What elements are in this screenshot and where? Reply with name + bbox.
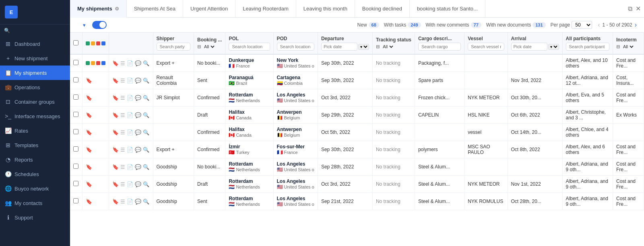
row-checkbox[interactable] (73, 146, 78, 152)
participants-search-input[interactable] (566, 43, 609, 51)
list-action-icon[interactable]: ☰ (120, 181, 125, 187)
sidebar-item-buyco-network[interactable]: 🌐Buyco network (0, 181, 70, 196)
stat-new[interactable]: New 68 (357, 22, 379, 28)
tab-urgent-attention[interactable]: Urgent Attention (183, 0, 235, 18)
bookmark-icon[interactable]: 🔖 (86, 147, 92, 153)
bookmark-icon[interactable]: 🔖 (86, 181, 92, 187)
comment-action-icon[interactable]: 💬 (135, 164, 141, 170)
bookmark-icon[interactable]: 🔖 (86, 129, 92, 135)
prev-page-button[interactable]: ‹ (597, 21, 601, 29)
stat-with-new-comments[interactable]: With new comments 77 (426, 22, 481, 28)
comment-action-icon[interactable]: 💬 (135, 147, 141, 153)
next-page-button[interactable]: › (634, 21, 638, 29)
search-action-icon[interactable]: 🔍 (143, 129, 149, 135)
search-action-icon[interactable]: 🔍 (143, 60, 149, 66)
stat-with-new-documents[interactable]: With new documents 131 (486, 22, 546, 28)
tab-booking-declined[interactable]: Booking declined (355, 0, 410, 18)
list-action-icon[interactable]: ☰ (120, 129, 125, 135)
row-checkbox[interactable] (73, 198, 78, 203)
comment-action-icon[interactable]: 💬 (135, 199, 141, 205)
search-action-icon[interactable]: 🔍 (143, 181, 149, 187)
doc-action-icon[interactable]: 📄 (127, 199, 133, 205)
arrival-date-input[interactable] (511, 43, 547, 51)
doc-action-icon[interactable]: 📄 (127, 60, 133, 66)
bookmark-icon[interactable]: 🔖 (86, 199, 92, 205)
archived-toggle[interactable] (92, 21, 107, 29)
comment-action-icon[interactable]: 💬 (135, 78, 141, 84)
per-page-select[interactable]: 5025100 (572, 21, 592, 29)
sidebar-item-new-shipment[interactable]: +New shipment (0, 51, 70, 66)
doc-action-icon[interactable]: 📄 (127, 95, 133, 101)
comment-action-icon[interactable]: 💬 (135, 112, 141, 118)
bookmark-action-icon[interactable]: 🔖 (112, 129, 119, 135)
list-action-icon[interactable]: ☰ (120, 112, 125, 118)
vessel-search-input[interactable] (468, 43, 504, 51)
sidebar-item-my-shipments[interactable]: 📋My shipments (0, 66, 70, 80)
sidebar-item-schedules[interactable]: 🕐Schedules (0, 167, 70, 181)
bookmark-action-icon[interactable]: 🔖 (112, 78, 119, 84)
bookmark-action-icon[interactable]: 🔖 (112, 95, 119, 101)
departure-filter-select[interactable]: ▾ (358, 44, 369, 50)
tracking-filter-select[interactable]: All (381, 44, 394, 49)
select-all-checkbox[interactable] (73, 40, 78, 45)
search-action-icon[interactable]: 🔍 (143, 199, 149, 205)
search-action-icon[interactable]: 🔍 (143, 95, 149, 101)
gear-icon[interactable]: ⚙ (115, 6, 119, 12)
sidebar-item-rates[interactable]: 📈Rates (0, 123, 70, 138)
comment-action-icon[interactable]: 💬 (135, 95, 141, 101)
row-checkbox[interactable] (73, 77, 78, 82)
search-action-icon[interactable]: 🔍 (143, 112, 149, 118)
pol-search-input[interactable] (229, 43, 270, 51)
row-checkbox[interactable] (73, 164, 78, 169)
sidebar-item-reports[interactable]: ◔Reports (0, 152, 70, 167)
arrival-filter-select[interactable]: ▾ (548, 44, 559, 50)
sidebar-item-operations[interactable]: 💼Operations (0, 80, 70, 94)
search-action-icon[interactable]: 🔍 (143, 164, 149, 170)
bookmark-action-icon[interactable]: 🔖 (112, 60, 119, 66)
list-action-icon[interactable]: ☰ (120, 147, 125, 153)
bookmark-action-icon[interactable]: 🔖 (112, 181, 119, 187)
row-checkbox[interactable] (73, 60, 78, 65)
bookmark-icon[interactable]: 🔖 (86, 95, 92, 101)
bookmark-action-icon[interactable]: 🔖 (112, 147, 119, 153)
comment-action-icon[interactable]: 💬 (135, 60, 141, 66)
row-checkbox[interactable] (73, 112, 78, 117)
stat-with-tasks[interactable]: With tasks 249 (384, 22, 421, 28)
bookmark-action-icon[interactable]: 🔖 (112, 112, 119, 118)
tab-booking-status-santo[interactable]: booking status for Santo... (410, 0, 485, 18)
copy-icon[interactable]: ⧉ (628, 5, 632, 12)
tab-leaving-this-month[interactable]: Leaving this month (296, 0, 355, 18)
incoterm-filter-select[interactable]: All (621, 44, 635, 49)
row-checkbox[interactable] (73, 94, 78, 100)
doc-action-icon[interactable]: 📄 (127, 164, 133, 170)
sidebar-item-templates[interactable]: ⊞Templates (0, 138, 70, 152)
list-action-icon[interactable]: ☰ (120, 199, 125, 205)
bookmark-icon[interactable]: 🔖 (86, 78, 92, 84)
doc-action-icon[interactable]: 📄 (127, 78, 133, 84)
bookmark-action-icon[interactable]: 🔖 (112, 164, 119, 170)
bookmark-icon[interactable]: 🔖 (86, 164, 92, 170)
filter-arrow[interactable]: ▾ (83, 22, 86, 28)
row-checkbox[interactable] (73, 181, 78, 186)
tab-shipments-at-sea[interactable]: Shipments At Sea (127, 0, 183, 18)
comment-action-icon[interactable]: 💬 (135, 129, 141, 135)
doc-action-icon[interactable]: 📄 (127, 129, 133, 135)
comment-action-icon[interactable]: 💬 (135, 181, 141, 187)
pod-search-input[interactable] (277, 43, 314, 51)
booking-filter-select[interactable]: All (202, 44, 216, 49)
sidebar-item-container-groups[interactable]: ⊡Container groups (0, 94, 70, 109)
row-checkbox[interactable] (73, 129, 78, 134)
sidebar-item-my-contacts[interactable]: 👥My contacts (0, 196, 70, 210)
doc-action-icon[interactable]: 📄 (127, 112, 133, 118)
doc-action-icon[interactable]: 📄 (127, 147, 133, 153)
search-action-icon[interactable]: 🔍 (143, 78, 149, 84)
close-icon[interactable]: ✕ (636, 5, 641, 12)
list-action-icon[interactable]: ☰ (120, 60, 125, 66)
bookmark-action-icon[interactable]: 🔖 (112, 199, 119, 205)
bookmark-icon[interactable]: 🔖 (86, 112, 92, 118)
departure-date-input[interactable] (321, 43, 357, 51)
list-action-icon[interactable]: ☰ (120, 164, 125, 170)
tab-leaving-rotterdam[interactable]: Leaving Rooterdam (235, 0, 296, 18)
search-shipments-box[interactable]: 🔍 (0, 25, 70, 37)
sidebar-item-interface-messages[interactable]: >_Interface messages (0, 109, 70, 123)
